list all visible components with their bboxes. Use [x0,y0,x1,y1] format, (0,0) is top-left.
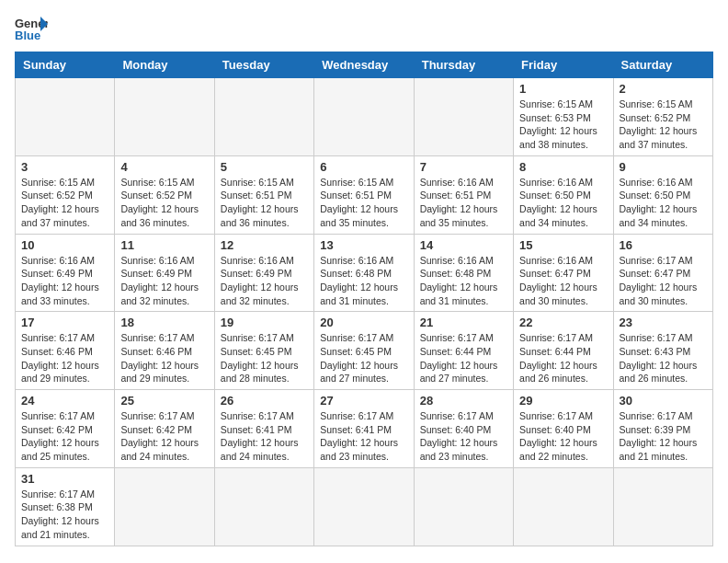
day-number: 2 [620,82,707,96]
calendar-cell: 14Sunrise: 6:16 AM Sunset: 6:48 PM Dayli… [414,234,513,312]
calendar-cell: 31Sunrise: 6:17 AM Sunset: 6:38 PM Dayli… [16,467,115,546]
calendar-cell: 27Sunrise: 6:17 AM Sunset: 6:41 PM Dayli… [314,390,414,468]
calendar-cell [314,467,414,546]
day-number: 18 [120,316,208,329]
day-info: Sunrise: 6:17 AM Sunset: 6:41 PM Dayligh… [221,409,308,464]
day-info: Sunrise: 6:17 AM Sunset: 6:41 PM Dayligh… [320,409,407,464]
day-info: Sunrise: 6:16 AM Sunset: 6:50 PM Dayligh… [519,176,607,230]
day-info: Sunrise: 6:17 AM Sunset: 6:46 PM Dayligh… [120,331,208,385]
calendar-table: SundayMondayTuesdayWednesdayThursdayFrid… [15,52,713,546]
calendar-cell: 9Sunrise: 6:16 AM Sunset: 6:50 PM Daylig… [613,155,712,234]
weekday-header-sunday: Sunday [16,52,115,78]
calendar-week-row: 3Sunrise: 6:15 AM Sunset: 6:52 PM Daylig… [16,155,713,234]
calendar-cell: 10Sunrise: 6:16 AM Sunset: 6:49 PM Dayli… [16,234,115,312]
day-info: Sunrise: 6:16 AM Sunset: 6:48 PM Dayligh… [420,254,507,308]
day-info: Sunrise: 6:15 AM Sunset: 6:52 PM Dayligh… [21,176,108,230]
calendar-cell: 23Sunrise: 6:17 AM Sunset: 6:43 PM Dayli… [613,312,712,390]
day-number: 9 [620,160,707,174]
calendar-cell: 7Sunrise: 6:16 AM Sunset: 6:51 PM Daylig… [414,155,513,234]
day-info: Sunrise: 6:17 AM Sunset: 6:42 PM Dayligh… [120,409,208,464]
weekday-header-friday: Friday [514,52,613,78]
day-number: 4 [120,160,208,174]
calendar-cell: 1Sunrise: 6:15 AM Sunset: 6:53 PM Daylig… [514,78,613,156]
day-number: 15 [519,238,607,252]
day-info: Sunrise: 6:17 AM Sunset: 6:43 PM Dayligh… [620,331,707,385]
day-info: Sunrise: 6:15 AM Sunset: 6:53 PM Dayligh… [519,98,607,152]
calendar-cell [214,467,313,546]
day-info: Sunrise: 6:17 AM Sunset: 6:44 PM Dayligh… [420,331,507,385]
day-number: 10 [21,238,108,252]
calendar-cell [16,78,115,156]
calendar-week-row: 17Sunrise: 6:17 AM Sunset: 6:46 PM Dayli… [16,312,713,390]
day-number: 1 [519,82,607,96]
day-info: Sunrise: 6:17 AM Sunset: 6:45 PM Dayligh… [320,331,407,385]
day-info: Sunrise: 6:15 AM Sunset: 6:51 PM Dayligh… [221,176,308,230]
day-number: 28 [420,394,507,408]
calendar-week-row: 1Sunrise: 6:15 AM Sunset: 6:53 PM Daylig… [16,78,713,156]
day-number: 8 [519,160,607,174]
calendar-week-row: 24Sunrise: 6:17 AM Sunset: 6:42 PM Dayli… [16,390,713,468]
day-number: 27 [320,394,407,408]
calendar-cell: 20Sunrise: 6:17 AM Sunset: 6:45 PM Dayli… [314,312,414,390]
day-info: Sunrise: 6:15 AM Sunset: 6:52 PM Dayligh… [620,98,707,152]
weekday-header-thursday: Thursday [414,52,513,78]
calendar-cell: 29Sunrise: 6:17 AM Sunset: 6:40 PM Dayli… [514,390,613,468]
calendar-cell [613,467,712,546]
calendar-cell: 18Sunrise: 6:17 AM Sunset: 6:46 PM Dayli… [115,312,214,390]
day-number: 22 [519,316,607,329]
day-number: 14 [420,238,507,252]
calendar-cell: 25Sunrise: 6:17 AM Sunset: 6:42 PM Dayli… [115,390,214,468]
calendar-cell: 5Sunrise: 6:15 AM Sunset: 6:51 PM Daylig… [214,155,313,234]
day-number: 3 [21,160,108,174]
day-number: 29 [519,394,607,408]
day-info: Sunrise: 6:16 AM Sunset: 6:49 PM Dayligh… [21,254,108,308]
day-number: 20 [320,316,407,329]
day-info: Sunrise: 6:15 AM Sunset: 6:51 PM Dayligh… [320,176,407,230]
day-number: 26 [221,394,308,408]
calendar-cell: 22Sunrise: 6:17 AM Sunset: 6:44 PM Dayli… [514,312,613,390]
calendar-cell: 12Sunrise: 6:16 AM Sunset: 6:49 PM Dayli… [214,234,313,312]
day-number: 17 [21,316,108,329]
day-info: Sunrise: 6:15 AM Sunset: 6:52 PM Dayligh… [120,176,208,230]
logo: General Blue [15,15,48,40]
day-number: 24 [21,394,108,408]
calendar-cell: 4Sunrise: 6:15 AM Sunset: 6:52 PM Daylig… [115,155,214,234]
day-info: Sunrise: 6:16 AM Sunset: 6:49 PM Dayligh… [221,254,308,308]
weekday-header-wednesday: Wednesday [314,52,414,78]
calendar-cell [115,467,214,546]
day-info: Sunrise: 6:17 AM Sunset: 6:47 PM Dayligh… [620,254,707,308]
day-number: 7 [420,160,507,174]
calendar-cell: 17Sunrise: 6:17 AM Sunset: 6:46 PM Dayli… [16,312,115,390]
day-number: 6 [320,160,407,174]
svg-text:Blue: Blue [15,29,40,40]
calendar-cell [414,78,513,156]
day-info: Sunrise: 6:17 AM Sunset: 6:39 PM Dayligh… [620,409,707,464]
header: General Blue [15,15,713,40]
weekday-header-tuesday: Tuesday [214,52,313,78]
day-info: Sunrise: 6:16 AM Sunset: 6:49 PM Dayligh… [120,254,208,308]
calendar-week-row: 31Sunrise: 6:17 AM Sunset: 6:38 PM Dayli… [16,467,713,546]
day-number: 25 [120,394,208,408]
calendar-cell [514,467,613,546]
calendar-cell: 11Sunrise: 6:16 AM Sunset: 6:49 PM Dayli… [115,234,214,312]
weekday-header-row: SundayMondayTuesdayWednesdayThursdayFrid… [16,52,713,78]
calendar-cell: 3Sunrise: 6:15 AM Sunset: 6:52 PM Daylig… [16,155,115,234]
day-number: 13 [320,238,407,252]
day-number: 21 [420,316,507,329]
calendar-cell: 30Sunrise: 6:17 AM Sunset: 6:39 PM Dayli… [613,390,712,468]
day-info: Sunrise: 6:16 AM Sunset: 6:50 PM Dayligh… [620,176,707,230]
day-info: Sunrise: 6:17 AM Sunset: 6:38 PM Dayligh… [21,488,108,542]
calendar-cell: 2Sunrise: 6:15 AM Sunset: 6:52 PM Daylig… [613,78,712,156]
calendar-cell [414,467,513,546]
day-number: 5 [221,160,308,174]
calendar-cell [214,78,313,156]
calendar-cell: 13Sunrise: 6:16 AM Sunset: 6:48 PM Dayli… [314,234,414,312]
day-info: Sunrise: 6:17 AM Sunset: 6:40 PM Dayligh… [420,409,507,464]
calendar-cell: 21Sunrise: 6:17 AM Sunset: 6:44 PM Dayli… [414,312,513,390]
day-number: 31 [21,472,108,486]
calendar-cell: 24Sunrise: 6:17 AM Sunset: 6:42 PM Dayli… [16,390,115,468]
day-number: 30 [620,394,707,408]
calendar-cell: 19Sunrise: 6:17 AM Sunset: 6:45 PM Dayli… [214,312,313,390]
calendar-cell [314,78,414,156]
day-info: Sunrise: 6:17 AM Sunset: 6:45 PM Dayligh… [221,331,308,385]
